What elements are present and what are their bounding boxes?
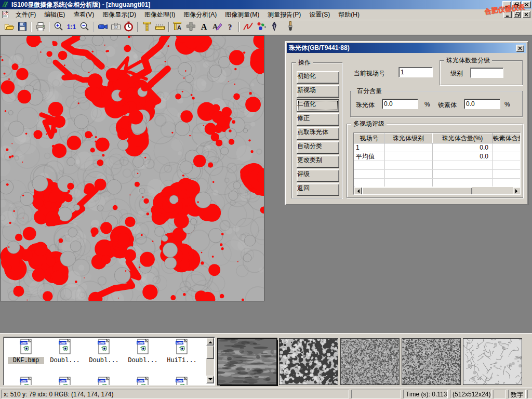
- file-item[interactable]: BMP Doubl...: [47, 339, 83, 364]
- sample-thumbnail-2[interactable]: [280, 339, 338, 384]
- child-close-button[interactable]: [522, 11, 530, 18]
- pearlite-value-input[interactable]: [382, 99, 418, 109]
- table-row-cell[interactable]: 1: [356, 143, 360, 152]
- file-item[interactable]: BMP: [8, 377, 44, 385]
- scrollbar-thumb[interactable]: [206, 345, 214, 359]
- menu-image-analysis[interactable]: 图像分析(A): [179, 9, 221, 20]
- ruler-button[interactable]: [153, 21, 166, 33]
- svg-text:BMP: BMP: [59, 341, 66, 344]
- file-item[interactable]: BMP: [47, 377, 83, 385]
- col-pearlite-level[interactable]: 珠光体级别: [384, 133, 432, 143]
- ferrite-value-input[interactable]: [464, 99, 500, 109]
- file-item[interactable]: BMP Doubl...: [125, 339, 161, 364]
- file-item[interactable]: BMP Doubl...: [86, 339, 122, 364]
- pen-icon: [271, 21, 278, 33]
- col-ferrite-content[interactable]: 铁素体含量(%): [493, 133, 521, 143]
- image-size-panel: (512x512x24): [450, 390, 491, 398]
- sample-thumbnail-3[interactable]: [341, 339, 399, 384]
- file-item[interactable]: BMP: [164, 377, 200, 385]
- initialize-button[interactable]: 初始化: [297, 71, 339, 84]
- auto-classify-button[interactable]: 自动分类: [297, 141, 339, 154]
- floppy-icon: [18, 22, 27, 33]
- help-button[interactable]: ?: [223, 21, 236, 33]
- zoom-in-button[interactable]: [52, 21, 65, 33]
- scroll-left-button[interactable]: [354, 187, 362, 195]
- dialog-close-button[interactable]: [516, 45, 524, 52]
- scroll-down-button[interactable]: [206, 376, 214, 383]
- video-capture-button[interactable]: [96, 21, 109, 33]
- file-item[interactable]: BMP: [86, 377, 122, 385]
- change-class-button[interactable]: 更改类别: [297, 155, 339, 168]
- operations-group: 操作 初始化 新视场 二值化 修正 点取珠光体 自动分类 更改类别 评级 返回: [291, 62, 342, 198]
- grid-button[interactable]: [184, 21, 197, 33]
- menu-measure-report[interactable]: 测量报告(P): [263, 9, 305, 20]
- empty-panel: [351, 390, 401, 398]
- menu-view[interactable]: 查看(V): [69, 9, 98, 20]
- file-name[interactable]: Doubl...: [125, 357, 161, 364]
- micrograph-image[interactable]: [1, 36, 264, 301]
- bmp-file-icon: BMP: [19, 339, 33, 355]
- menu-image-display[interactable]: 图像显示(D): [98, 9, 140, 20]
- zoom-out-button[interactable]: [78, 21, 91, 33]
- pick-pearlite-button[interactable]: 点取珠光体: [297, 127, 339, 140]
- table-horizontal-scrollbar[interactable]: [354, 187, 521, 195]
- file-item[interactable]: BMP: [125, 377, 161, 385]
- file-list-scrollbar[interactable]: [206, 338, 214, 383]
- caliper-button[interactable]: [140, 21, 153, 33]
- level-input[interactable]: [470, 68, 503, 78]
- timer-button[interactable]: [122, 21, 135, 33]
- folder-open-icon: [4, 22, 15, 33]
- multi-view-table[interactable]: 视场号 珠光体级别 珠光体含量(%) 铁素体含量(%) 1 0.0 平均值: [353, 132, 521, 195]
- snapshot-button[interactable]: [109, 21, 122, 33]
- menu-image-measure[interactable]: 图像测量(M): [221, 9, 263, 20]
- new-view-button[interactable]: 新视场: [297, 85, 339, 98]
- file-name[interactable]: Doubl...: [47, 357, 83, 364]
- current-view-input[interactable]: [398, 67, 433, 77]
- curve-tool-button[interactable]: [242, 21, 255, 33]
- return-button[interactable]: 返回: [297, 183, 339, 196]
- stopwatch-icon: [124, 21, 134, 33]
- svg-text:3: 3: [264, 25, 267, 29]
- file-item[interactable]: BMP DKF.bmp: [8, 339, 44, 364]
- title-bar: IS100显微摄像系统(金相分析版) - [zhuguangti01]: [0, 0, 532, 9]
- open-button[interactable]: [3, 21, 16, 33]
- scroll-up-button[interactable]: [206, 338, 214, 345]
- file-name[interactable]: HuiTi...: [164, 357, 200, 364]
- file-name[interactable]: DKF.bmp: [8, 357, 44, 364]
- menu-file[interactable]: 文件(F): [11, 9, 40, 20]
- dialog-title-bar[interactable]: 珠光体(GB/T9441-88): [287, 43, 526, 53]
- menu-bar: DOC 文件(F) 编辑(E) 查看(V) 图像显示(D) 图像处理(I) 图像…: [0, 9, 532, 20]
- grid-cross-icon: [186, 21, 196, 33]
- sample-thumbnail-5[interactable]: [463, 339, 522, 384]
- grade-button[interactable]: 评级: [297, 169, 339, 182]
- measure-label-button[interactable]: A: [171, 21, 184, 33]
- binarize-button[interactable]: 二值化: [297, 99, 339, 112]
- multi-view-group-label: 多视场评级: [351, 120, 387, 127]
- scrollbar-thumb[interactable]: [362, 187, 472, 195]
- print-button[interactable]: [34, 21, 47, 33]
- sample-thumbnail-1[interactable]: [218, 339, 276, 384]
- actual-size-button[interactable]: 1:1: [65, 21, 78, 33]
- col-pearlite-content[interactable]: 珠光体含量(%): [432, 133, 493, 143]
- mdi-client-area: 珠光体(GB/T9441-88) 操作 初始化 新视场 二值化 修正 点取珠光体…: [0, 35, 532, 333]
- sample-thumbnail-4[interactable]: [402, 339, 460, 384]
- pen-tool-button[interactable]: [268, 21, 281, 33]
- table-row-cell[interactable]: 0.0: [432, 143, 488, 152]
- menu-edit[interactable]: 编辑(E): [40, 9, 69, 20]
- annotate-button[interactable]: A: [210, 21, 223, 33]
- scroll-right-button[interactable]: [513, 187, 521, 195]
- menu-image-processing[interactable]: 图像处理(I): [140, 9, 179, 20]
- menu-help[interactable]: 帮助(H): [334, 9, 364, 20]
- correct-button[interactable]: 修正: [297, 113, 339, 126]
- save-button[interactable]: [16, 21, 29, 33]
- brush-tool-button[interactable]: [284, 21, 297, 33]
- table-row-cell[interactable]: 0.0: [432, 152, 488, 161]
- col-view-number[interactable]: 视场号: [354, 133, 384, 143]
- menu-settings[interactable]: 设置(S): [305, 9, 334, 20]
- file-item[interactable]: BMP HuiTi...: [164, 339, 200, 364]
- text-button[interactable]: A: [197, 21, 210, 33]
- ferrite-percent-sign: %: [504, 101, 510, 108]
- classify-button[interactable]: 23: [255, 21, 268, 33]
- file-name[interactable]: Doubl...: [86, 357, 122, 364]
- table-row-cell[interactable]: 平均值: [356, 152, 375, 161]
